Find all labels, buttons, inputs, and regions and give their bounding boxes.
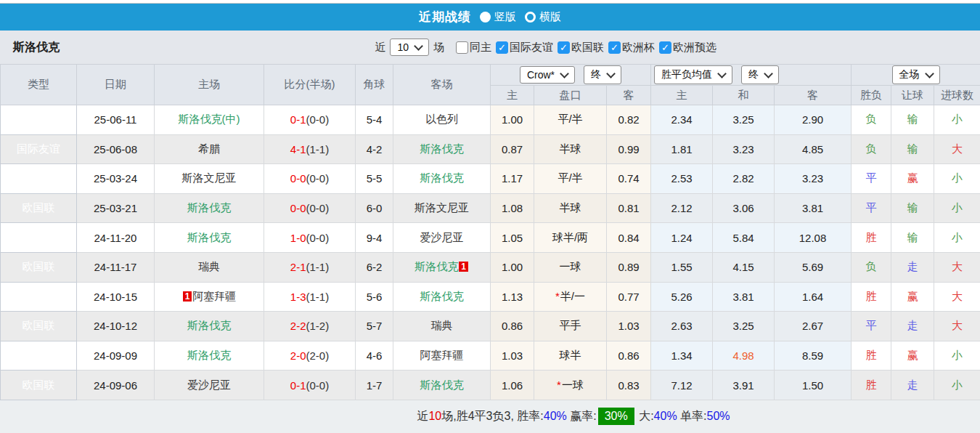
home-team-name: 斯洛伐克 bbox=[187, 201, 231, 214]
radio-unselected-icon[interactable] bbox=[525, 12, 536, 23]
subheader-avg-home: 主 bbox=[651, 86, 713, 105]
halftime-score: (1-1) bbox=[306, 291, 330, 303]
layout-option-horizontal[interactable]: 横版 bbox=[525, 10, 561, 24]
halftime-score: (0-0) bbox=[306, 379, 330, 392]
checkbox-checked-icon[interactable]: ✓ bbox=[659, 41, 671, 54]
checkbox-checked-icon[interactable]: ✓ bbox=[558, 41, 570, 54]
recent-results-table: 类型 日期 主场 比分(半场) 角球 客场 Crow* 终 bbox=[0, 64, 980, 400]
handicap-home-odds: 1.05 bbox=[491, 223, 534, 253]
games-label: 场 bbox=[433, 41, 444, 54]
home-team-name: 爱沙尼亚 bbox=[187, 379, 231, 391]
avg-draw-odds: 3.91 bbox=[713, 371, 775, 400]
avg-home-odds: 2.63 bbox=[651, 312, 713, 341]
handicap-home-odds: 1.00 bbox=[491, 252, 534, 282]
games-count-value: 10 bbox=[397, 41, 409, 53]
avg-draw-odds: 5.84 bbox=[713, 223, 775, 253]
col-header-home: 主场 bbox=[155, 65, 264, 105]
match-type-badge: 欧国联 bbox=[1, 252, 77, 282]
result-handicap: 走 bbox=[891, 252, 934, 282]
odds-time-value: 终 bbox=[591, 68, 601, 81]
match-date: 25-03-24 bbox=[77, 164, 155, 194]
chevron-down-icon bbox=[764, 69, 773, 78]
average-type-select[interactable]: 胜平负均值 bbox=[654, 65, 732, 84]
filter-item-3[interactable]: ✓欧洲杯 bbox=[608, 41, 655, 54]
away-team-name: 斯洛伐克 bbox=[415, 260, 458, 272]
checkbox-unchecked-icon[interactable] bbox=[456, 41, 468, 54]
avg-draw-odds: 3.06 bbox=[713, 193, 775, 223]
handicap-line: 半球 bbox=[534, 193, 607, 223]
average-time-select[interactable]: 终 bbox=[741, 65, 779, 84]
handicap-line-text: 球半/两 bbox=[552, 231, 588, 243]
fulltime-score: 1-3 bbox=[290, 291, 306, 303]
checkbox-checked-icon[interactable]: ✓ bbox=[496, 41, 508, 54]
score: 0-0(0-0) bbox=[264, 164, 356, 194]
filter-item-1[interactable]: ✓国际友谊 bbox=[496, 41, 553, 54]
match-date: 24-11-17 bbox=[77, 252, 155, 282]
team-name: 斯洛伐克 bbox=[13, 40, 60, 55]
match-date: 25-06-08 bbox=[77, 134, 155, 164]
avg-away-odds: 5.69 bbox=[775, 252, 852, 282]
table-row: 欧国联24-10-12斯洛伐克2-2(1-2)5-7瑞典0.86平手1.032.… bbox=[1, 312, 980, 341]
match-type-badge: 国际友谊 bbox=[1, 134, 77, 164]
fulltime-score: 0-0 bbox=[290, 202, 306, 214]
avg-away-odds: 4.85 bbox=[775, 134, 852, 164]
subheader-handicap-away: 客 bbox=[607, 86, 651, 105]
handicap-line: 平/半 bbox=[534, 164, 607, 194]
chevron-down-icon bbox=[717, 69, 727, 78]
chevron-down-icon bbox=[414, 41, 423, 51]
page-title: 近期战绩 bbox=[419, 9, 471, 25]
radio-selected-icon[interactable] bbox=[480, 12, 491, 23]
handicap-away-odds: 0.99 bbox=[607, 134, 651, 164]
away-team-name: 以色列 bbox=[425, 113, 458, 125]
col-header-type: 类型 bbox=[1, 65, 77, 105]
result-scope-value: 全场 bbox=[899, 68, 920, 81]
subheader-handicap-home: 主 bbox=[491, 86, 534, 105]
avg-home-odds: 2.53 bbox=[651, 164, 713, 194]
col-header-score: 比分(半场) bbox=[264, 65, 356, 105]
home-team-name: 斯洛伐克 bbox=[187, 319, 231, 331]
away-team-name: 斯洛伐克 bbox=[420, 290, 464, 302]
odds-company-value: Crow* bbox=[527, 69, 555, 81]
filter-item-4[interactable]: ✓欧洲预选 bbox=[659, 41, 716, 54]
handicap-home-odds: 1.03 bbox=[491, 341, 534, 371]
odds-company-select[interactable]: Crow* bbox=[520, 66, 575, 84]
checkbox-checked-icon[interactable]: ✓ bbox=[608, 41, 621, 54]
result-scope-select[interactable]: 全场 bbox=[892, 65, 940, 84]
summary-segment-0: 近 bbox=[417, 409, 428, 424]
summary-segment-5: 30% bbox=[598, 408, 634, 425]
halftime-score: (1-1) bbox=[306, 261, 330, 273]
corner-count: 5-6 bbox=[356, 282, 393, 312]
match-date: 25-03-21 bbox=[77, 193, 155, 223]
home-team-name: 阿塞拜疆 bbox=[192, 290, 236, 302]
handicap-home-odds: 1.06 bbox=[491, 371, 534, 400]
table-row: 欧国联24-11-17瑞典2-1(1-1)6-2斯洛伐克11.00一球0.891… bbox=[1, 252, 980, 282]
avg-away-odds: 3.23 bbox=[775, 164, 852, 194]
result-handicap: 赢 bbox=[891, 164, 934, 194]
match-filters: 近 10 场 同主✓国际友谊✓欧国联✓欧洲杯✓欧洲预选 bbox=[375, 39, 716, 56]
away-team-name: 瑞典 bbox=[431, 319, 453, 331]
average-type-value: 胜平负均值 bbox=[661, 68, 712, 81]
filter-item-0[interactable]: 同主 bbox=[456, 41, 491, 54]
home-team-name: 斯洛文尼亚 bbox=[182, 171, 237, 184]
fulltime-score: 4-1 bbox=[290, 143, 306, 155]
filter-item-2[interactable]: ✓欧国联 bbox=[558, 41, 604, 54]
subheader-handicap-line: 盘口 bbox=[534, 86, 607, 105]
result-goals: 小 bbox=[934, 223, 980, 253]
result-goals: 小 bbox=[934, 105, 980, 135]
handicap-away-odds: 0.77 bbox=[607, 282, 651, 312]
summary-segment-6: 大: bbox=[636, 409, 654, 424]
halftime-score: (0-0) bbox=[306, 202, 330, 214]
handicap-line-text: 一球 bbox=[562, 379, 584, 391]
match-type-badge: 欧国联 bbox=[1, 341, 77, 371]
halftime-score: (0-0) bbox=[306, 232, 330, 244]
halftime-score: (0-0) bbox=[306, 113, 330, 126]
score: 2-1(1-1) bbox=[264, 252, 356, 282]
handicap-line-text: 球半 bbox=[560, 349, 581, 361]
result-goals: 小 bbox=[934, 371, 980, 400]
fulltime-score: 2-2 bbox=[290, 320, 306, 332]
games-count-select[interactable]: 10 bbox=[390, 39, 429, 56]
layout-option-vertical[interactable]: 竖版 bbox=[480, 10, 516, 24]
score: 0-1(0-0) bbox=[264, 371, 356, 400]
away-team-name: 斯洛伐克 bbox=[420, 379, 464, 391]
odds-time-select[interactable]: 终 bbox=[584, 65, 621, 84]
